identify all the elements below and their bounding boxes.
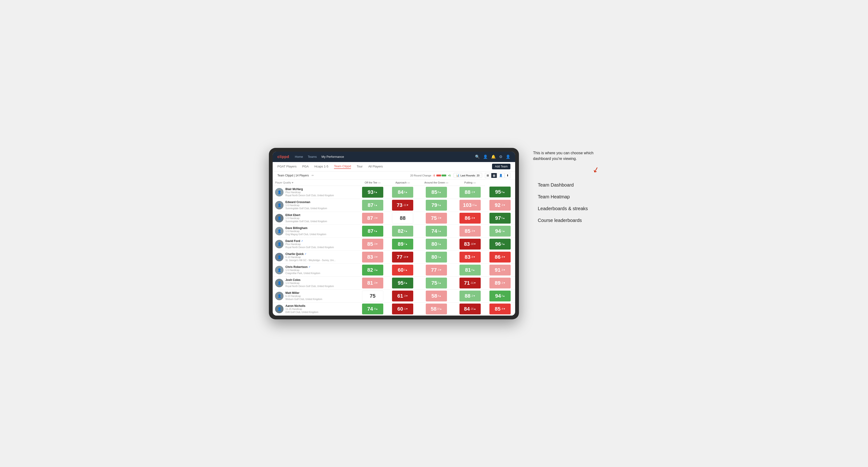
score-value: 75 — [431, 280, 437, 286]
score-box[interactable]: 959▲ — [489, 187, 511, 197]
score-box[interactable]: 85-3▼ — [362, 239, 383, 250]
avatar-icon[interactable]: 👤 — [506, 154, 510, 159]
table-row[interactable]: 👤Chris Robertson✓1-5 HandicapCraigmillar… — [273, 263, 515, 276]
score-box[interactable]: 71-11▼ — [460, 278, 481, 288]
score-delta: 10▲ — [437, 308, 442, 310]
view-heat-button[interactable]: ▦ — [491, 173, 497, 178]
table-row[interactable]: 👤Dave Billingham1-5 HandicapGog Magog Go… — [273, 224, 515, 238]
annotation-item: Course leaderboards — [538, 217, 599, 223]
nav-home[interactable]: Home — [295, 155, 303, 158]
search-icon[interactable]: 🔍 — [475, 154, 480, 159]
score-box[interactable]: 88-2▼ — [460, 290, 481, 302]
score-box[interactable]: 752▲ — [426, 278, 447, 288]
table-row[interactable]: 👤Aaron Nicholls11-15 HandicapDrift Golf … — [273, 302, 515, 315]
table-row[interactable]: 👤Edward Crossman1-5 HandicapSunningdale … — [273, 198, 515, 212]
verified-icon: ✓ — [301, 240, 303, 242]
subnav-all-players[interactable]: All Players — [368, 165, 382, 168]
score-box[interactable]: 801▲ — [426, 252, 447, 262]
view-grid-button[interactable]: ⊞ — [485, 173, 491, 178]
score-box[interactable]: 941▲ — [489, 226, 511, 237]
view-download-button[interactable]: ⬇ — [505, 173, 510, 178]
score-value: 75 — [431, 215, 437, 221]
score-box[interactable]: 82-3▲ — [362, 264, 383, 276]
score-box[interactable]: 897▲ — [392, 239, 413, 250]
score-box[interactable]: 584▲ — [426, 290, 447, 302]
score-delta: 3▲ — [501, 243, 505, 245]
edit-icon[interactable]: ✏ — [312, 174, 314, 177]
score-box[interactable]: 87-3▼ — [362, 213, 383, 224]
score-box[interactable]: 799▲ — [426, 200, 447, 211]
score-box[interactable]: 83-10▼ — [460, 239, 481, 250]
score-box[interactable]: 975▲ — [489, 213, 511, 224]
score-box[interactable]: 83-6▼ — [460, 252, 481, 262]
score-box[interactable]: 91-3▼ — [489, 264, 511, 276]
add-team-button[interactable]: Add Team — [492, 164, 510, 169]
settings-icon[interactable]: ⚙ — [499, 154, 502, 159]
subnav-pga[interactable]: PGA — [302, 165, 309, 168]
score-box[interactable]: 10315▲ — [460, 200, 481, 211]
score-delta: -4▼ — [501, 308, 505, 310]
score-box[interactable]: 846▲ — [392, 187, 413, 198]
score-value: 83 — [464, 241, 470, 247]
score-box[interactable]: 85-3▼ — [460, 226, 481, 237]
score-box[interactable]: 874▲ — [362, 226, 383, 237]
score-box[interactable]: 74-8▲ — [362, 304, 383, 314]
score-box[interactable]: 5810▲ — [426, 304, 447, 314]
subnav-pgat[interactable]: PGAT Players — [277, 165, 297, 168]
score-box[interactable]: 943▲ — [489, 290, 511, 302]
score-box[interactable]: 939▲ — [362, 187, 383, 198]
score-box[interactable]: 60-1▼ — [392, 304, 413, 314]
header-player: Player Quality ▾ — [273, 180, 358, 186]
score-box[interactable]: 602▲ — [392, 264, 413, 276]
subnav-tour[interactable]: Tour — [356, 165, 363, 168]
table-row[interactable]: 👤Josh Coles1-5 HandicapRoyal North Devon… — [273, 276, 515, 289]
score-box[interactable]: 75 — [362, 290, 383, 302]
score-box[interactable]: 81-3▼ — [362, 278, 383, 288]
score-box[interactable]: 86-8▼ — [489, 252, 511, 262]
subnav-hcaps[interactable]: Hcaps 1-5 — [314, 165, 328, 168]
score-box[interactable]: 824▲ — [392, 226, 413, 237]
score-box[interactable]: 83-3▼ — [362, 252, 383, 262]
last-rounds-button[interactable]: 📊 Last Rounds: 20 — [454, 173, 482, 178]
score-box[interactable]: 77-3▼ — [426, 264, 447, 276]
table-row[interactable]: 👤Blair McHargPlus HandicapRoyal North De… — [273, 186, 515, 198]
avatar: 👤 — [275, 188, 283, 196]
bell-icon[interactable]: 🔔 — [491, 154, 496, 159]
score-cell: 74-8▲ — [358, 302, 388, 315]
score-box[interactable]: 958▲ — [392, 278, 413, 288]
score-box[interactable]: 84-21▲ — [460, 304, 481, 314]
score-box[interactable]: 803▲ — [426, 239, 447, 250]
score-box[interactable]: 858▲ — [426, 187, 447, 198]
score-box[interactable]: 86-6▼ — [460, 213, 481, 224]
score-cell: 86-6▼ — [455, 212, 485, 224]
score-box[interactable]: 88-1▼ — [460, 187, 481, 198]
score-box[interactable]: 871▲ — [362, 200, 383, 211]
avatar: 👤 — [275, 201, 283, 210]
user-icon[interactable]: 👤 — [483, 154, 488, 159]
score-box[interactable]: 75-3▼ — [426, 213, 447, 224]
score-box[interactable]: 92-3▼ — [489, 200, 511, 211]
table-row[interactable]: 👤Charlie Quick✓6-10 HandicapSt. George's… — [273, 250, 515, 263]
score-delta: 9▲ — [374, 191, 377, 193]
view-person-button[interactable]: 👤 — [497, 173, 504, 178]
player-name: Dave Billingham — [285, 226, 326, 230]
score-box[interactable]: 77-14▼ — [392, 252, 413, 262]
score-box[interactable]: 61-3▼ — [392, 290, 413, 302]
score-box[interactable]: 89-2▼ — [489, 278, 511, 288]
score-box[interactable]: 741▲ — [426, 226, 447, 237]
score-cell: 874▲ — [358, 224, 388, 238]
subnav-team-clippd[interactable]: Team Clippd — [334, 164, 351, 169]
table-row[interactable]: 👤David Ford✓Plus HandicapRoyal North Dev… — [273, 238, 515, 250]
score-box[interactable]: 73-11▼ — [392, 200, 413, 211]
score-box[interactable]: 963▲ — [489, 239, 511, 250]
avatar: 👤 — [275, 253, 283, 261]
table-row[interactable]: 👤Elliot Ebert1-5 HandicapSunningdale Gol… — [273, 212, 515, 224]
nav-my-performance[interactable]: My Performance — [321, 155, 344, 158]
score-box[interactable]: 85-4▼ — [489, 304, 511, 314]
score-box[interactable]: 814▲ — [460, 264, 481, 276]
score-box[interactable]: 88 — [392, 213, 413, 224]
nav-teams[interactable]: Teams — [308, 155, 317, 158]
red-arrow-icon: ↙ — [591, 163, 600, 176]
table-row[interactable]: 👤Matt Miller6-10 HandicapWoburn Golf Clu… — [273, 289, 515, 302]
score-cell: 88-1▼ — [455, 186, 485, 198]
